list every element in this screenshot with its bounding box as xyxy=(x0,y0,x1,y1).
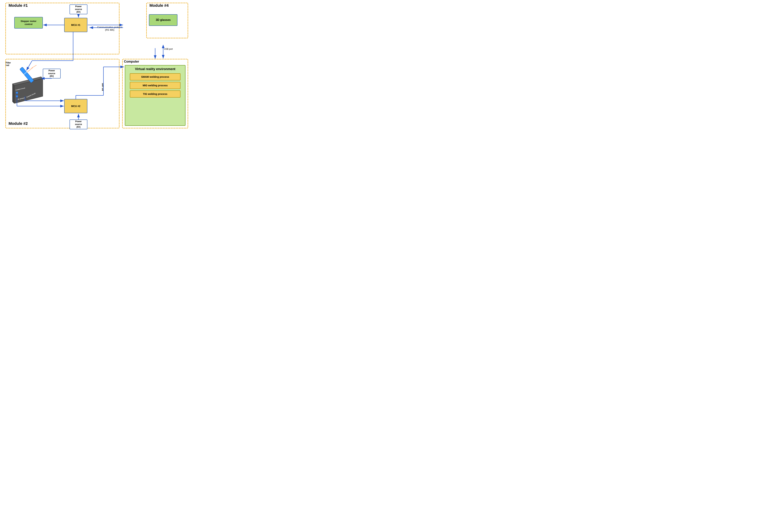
diagram-container: Module #1 Module #2 Module #3 Module #4 … xyxy=(0,0,191,133)
svg-rect-3 xyxy=(16,92,18,93)
smaw-process[interactable]: SMAW welding process xyxy=(130,73,180,81)
svg-rect-4 xyxy=(16,95,18,97)
computer-label: Computer xyxy=(124,60,139,64)
mig-process[interactable]: MIG welding process xyxy=(130,82,180,89)
power-source-5v-bottom: Power source (5V) xyxy=(70,119,88,129)
welding-tool-illustration: Control circuit IR sensors Control circu… xyxy=(11,64,46,103)
vr-environment: Virtual reality environment SMAW welding… xyxy=(125,65,185,126)
filler-rod-label: Filler rod xyxy=(6,62,11,67)
rs485-label: RS 485 xyxy=(101,83,104,91)
svg-text:Infrared light: Infrared light xyxy=(27,67,33,73)
glasses-box: 3D glasses xyxy=(149,14,177,26)
comm-protocol-label: Communication protocol (RS 485) xyxy=(97,26,122,31)
mcu2-box: MCU #2 xyxy=(64,99,88,113)
module4-label: Module #4 xyxy=(149,3,169,8)
svg-line-10 xyxy=(32,65,37,68)
mcu1-box: MCU #1 xyxy=(64,18,88,32)
tig-process[interactable]: TIG welding process xyxy=(130,90,180,97)
vr-title: Virtual reality environment xyxy=(135,67,175,71)
module2-label: Module #2 xyxy=(9,121,28,126)
usb-port-label: USB port xyxy=(164,48,173,50)
power-source-5v-top: Power source (5V) xyxy=(70,4,88,14)
stepper-motor-box: Stepper motor control xyxy=(14,17,43,29)
module1-label: Module #1 xyxy=(9,3,28,8)
svg-marker-1 xyxy=(13,84,14,103)
